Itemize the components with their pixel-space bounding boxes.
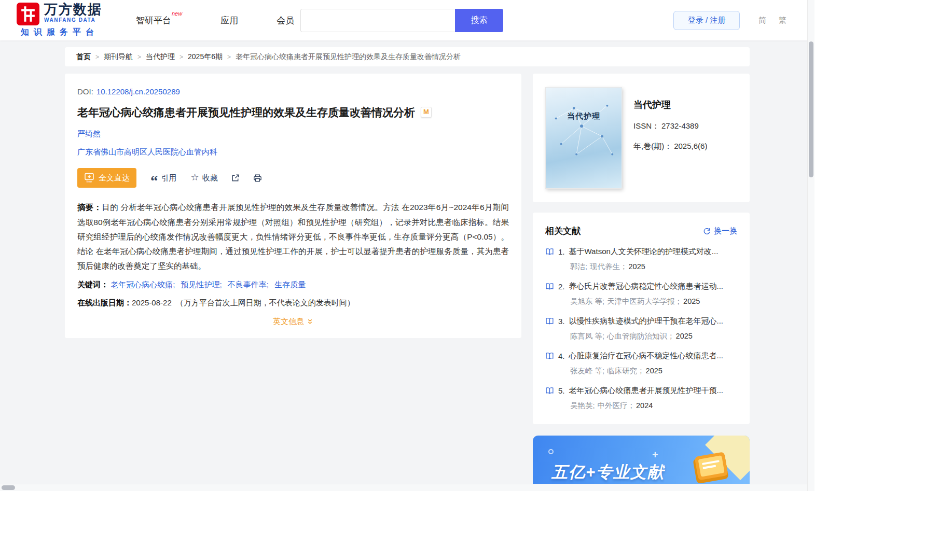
lang-traditional-toggle[interactable]: 繁 [779,16,786,25]
keyword-link[interactable]: 不良事件率; [228,280,269,289]
keyword-link[interactable]: 生存质量 [274,280,306,289]
keyword-link[interactable]: 老年冠心病心绞痛; [111,280,175,289]
abstract-label: 摘要： [77,203,102,212]
abstract-text: 目的 分析老年冠心病心绞痛患者开展预见性护理的效果及生存质量改善情况。方法 在2… [77,203,509,270]
related-item-number: 5. [558,386,565,395]
doi-row: DOI:10.12208/j.cn.20250289 [77,87,509,96]
promo-banner[interactable]: + 五亿+专业文献 [533,436,750,491]
volume-value: 2025,6(6) [674,142,707,150]
related-item[interactable]: 3. 以慢性疾病轨迹模式的护理干预在老年冠心... 陈言凤 等;心血管病防治知识… [545,316,737,341]
refresh-icon [703,227,711,235]
issn-value: 2732-4389 [661,121,699,130]
breadcrumb-separator: > [95,53,99,61]
related-item-year: 2025 [683,297,700,305]
book-icon [545,352,554,360]
related-item[interactable]: 1. 基于Watson人文关怀理论的护理模式对改... 郭洁;现代养生；2025 [545,247,737,272]
lang-simplified-toggle[interactable]: 简 [758,16,766,25]
related-header: 相关文献 换一换 [545,225,737,237]
refresh-related-button[interactable]: 换一换 [703,226,737,236]
breadcrumb-journal[interactable]: 当代护理 [146,52,175,62]
related-item[interactable]: 5. 老年冠心病心绞痛患者开展预见性护理干预... 吴艳英;中外医疗；2024 [545,386,737,411]
author-link[interactable]: 严绮然 [77,129,509,139]
vertical-scrollbar-thumb[interactable] [809,41,813,177]
svg-text:free: free [87,179,92,183]
new-badge: new [172,10,182,17]
brand-title: 万方数据 [44,3,102,16]
related-item-source: 中外医疗； [598,401,636,410]
cite-label: 引用 [161,173,177,183]
book-icon [545,387,554,395]
star-icon: ☆ [191,172,199,183]
wanfang-logo[interactable]: 万方数据 WANFANG DATA 知识服务平台 [17,3,109,38]
related-item-title: 心脏康复治疗在冠心病不稳定性心绞痛患者... [569,351,724,361]
journal-info: 当代护理 ISSN：2732-4389 年,卷(期)：2025,6(6) [633,87,707,189]
breadcrumb-journal-nav[interactable]: 期刊导航 [104,52,133,62]
action-row: free 全文直达 “ 引用 ☆ 收藏 [77,168,509,188]
breadcrumb-separator: > [137,53,141,61]
journal-name[interactable]: 当代护理 [633,99,707,111]
search-button[interactable]: 搜索 [455,9,503,32]
breadcrumb-home[interactable]: 首页 [76,52,91,62]
refresh-label: 换一换 [714,226,737,236]
related-item-number: 1. [558,247,565,256]
english-info-row: 英文信息 [77,317,509,327]
search-input[interactable] [300,9,455,32]
login-register-button[interactable]: 登录 / 注册 [673,11,740,30]
banner-circle-decoration [548,449,554,454]
doi-link[interactable]: 10.12208/j.cn.20250289 [96,87,180,96]
site-header: 万方数据 WANFANG DATA 知识服务平台 智研平台new 应用 会员 搜… [0,0,814,40]
favorite-label: 收藏 [202,173,218,183]
m-badge-icon[interactable]: M [421,107,432,118]
vertical-scrollbar[interactable] [807,0,814,491]
article-title-row: 老年冠心病心绞痛患者开展预见性护理的效果及生存质量改善情况分析 M [77,105,509,119]
journal-card: 当代护理 当代护理 ISSN：2732-4389 年,卷(期)：2025,6(6… [533,74,750,202]
related-item-authors: 吴旭东 等; [570,297,604,305]
abstract: 摘要：目的 分析老年冠心病心绞痛患者开展预见性护理的效果及生存质量改善情况。方法… [77,200,509,273]
sidebar: 当代护理 当代护理 ISSN：2732-4389 年,卷(期)：2025,6(6… [533,74,750,491]
publish-date-value: 2025-08-22 [132,298,172,307]
print-button[interactable] [253,173,263,183]
article-card: DOI:10.12208/j.cn.20250289 老年冠心病心绞痛患者开展预… [65,74,521,338]
related-item-source: 现代养生； [590,262,628,271]
journal-cover-image[interactable]: 当代护理 [545,87,622,189]
related-item-number: 3. [558,317,565,326]
main-nav: 智研平台new 应用 会员 [136,15,294,26]
nav-item-apps[interactable]: 应用 [220,15,238,26]
related-item-number: 4. [558,352,565,360]
book-icon [545,317,554,325]
related-item-title: 基于Watson人文关怀理论的护理模式对改... [569,247,719,257]
nav-item-zhiyan-platform[interactable]: 智研平台new [136,15,182,26]
related-item-source: 心血管病防治知识； [607,332,675,340]
related-item-authors: 吴艳英; [570,401,595,410]
cite-button[interactable]: “ 引用 [150,173,177,183]
favorite-button[interactable]: ☆ 收藏 [191,172,218,184]
nav-item-member[interactable]: 会员 [277,15,294,26]
volume-label: 年,卷(期)： [633,142,672,150]
affiliation-link[interactable]: 广东省佛山市高明区人民医院心血管内科 [77,147,509,157]
horizontal-scrollbar[interactable] [0,484,807,491]
keyword-link[interactable]: 预见性护理; [181,280,222,289]
english-info-link[interactable]: 英文信息 [273,317,313,327]
issn-label: ISSN： [633,121,659,130]
related-item-source: 临床研究； [607,367,645,375]
breadcrumb-issue[interactable]: 2025年6期 [188,52,223,62]
related-item[interactable]: 2. 养心氏片改善冠心病稳定性心绞痛患者运动... 吴旭东 等;天津中医药大学学… [545,282,737,306]
doi-label: DOI: [77,87,93,96]
nav-item-label: 智研平台 [136,16,171,25]
free-download-icon: free [84,173,94,183]
share-button[interactable] [230,173,240,183]
keywords-label: 关键词： [77,280,108,289]
browser-viewport: 万方数据 WANFANG DATA 知识服务平台 智研平台new 应用 会员 搜… [0,0,814,491]
page-title: 老年冠心病心绞痛患者开展预见性护理的效果及生存质量改善情况分析 [77,105,415,119]
banner-plus-decoration: + [652,449,658,461]
horizontal-scrollbar-thumb[interactable] [2,485,15,490]
journal-cover-pattern [546,88,622,188]
header-right: 登录 / 注册 简 繁 [673,11,786,30]
breadcrumb-separator: > [227,53,231,61]
breadcrumb: 首页 > 期刊导航 > 当代护理 > 2025年6期 > 老年冠心病心绞痛患者开… [65,47,750,66]
fulltext-button[interactable]: free 全文直达 [77,168,136,188]
related-item[interactable]: 4. 心脏康复治疗在冠心病不稳定性心绞痛患者... 张友峰 等;临床研究；202… [545,351,737,376]
related-item-meta: 郭洁;现代养生；2025 [570,262,737,272]
related-item-title: 养心氏片改善冠心病稳定性心绞痛患者运动... [569,282,724,291]
brand-tagline: 知识服务平台 [21,27,109,38]
